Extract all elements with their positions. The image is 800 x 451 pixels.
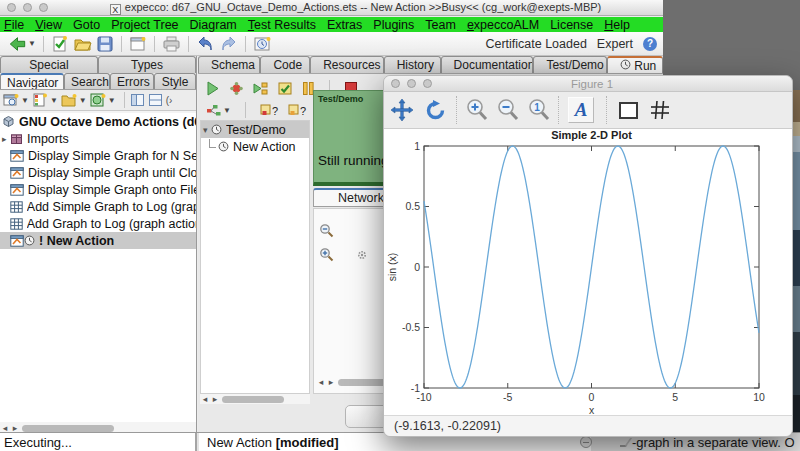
undo-button[interactable] <box>196 34 215 54</box>
axes-toggle-button[interactable] <box>615 97 641 123</box>
tree-root-project[interactable]: GNU Octave Demo Actions (d6 <box>0 113 196 130</box>
zoom-window-button[interactable] <box>39 3 48 12</box>
grid-toggle-button[interactable] <box>647 97 673 123</box>
zoom-out-button[interactable] <box>495 97 521 123</box>
menu-goto[interactable]: Goto <box>73 18 100 32</box>
menu-diagram[interactable]: Diagram <box>190 18 237 32</box>
testrun-tree-hscrollbar[interactable]: ◂ ▸ <box>200 394 310 404</box>
plot-canvas[interactable]: -10-50510-1-0.500.51Simple 2-D Plotxsin … <box>384 129 792 415</box>
tree-item[interactable]: Add Graph to Log (graph action <box>0 215 196 232</box>
split-view-button[interactable] <box>148 93 163 107</box>
open-project-button[interactable] <box>73 34 92 54</box>
desktop-wallpaper-sliver <box>793 122 800 136</box>
testrun-tree-item[interactable]: New Action <box>201 138 309 155</box>
step-query-button-2[interactable]: ? <box>288 103 307 118</box>
tree-item[interactable]: Display Simple Graph for N Se <box>0 147 196 164</box>
zoom-window-button[interactable] <box>423 79 432 88</box>
navigator-toolbar: ▼ ▼ ▼ ▼ (› <box>0 90 196 111</box>
main-window-title: Xexpecco: d67_GNU_Octave_Demo_Actions.et… <box>48 1 663 15</box>
settings-browser-button[interactable] <box>253 34 272 54</box>
svg-text:sin (x): sin (x) <box>386 253 398 282</box>
zoom-reset-button[interactable]: 1 <box>526 97 552 123</box>
help-icon[interactable]: ? <box>643 37 657 51</box>
zoom-in-icon[interactable] <box>319 247 334 262</box>
new-project-button[interactable]: ▼ <box>3 92 29 108</box>
rotate-button[interactable] <box>422 97 448 123</box>
desktop-wallpaper-sliver <box>793 152 800 230</box>
tree-item[interactable]: ! New Action <box>0 232 196 249</box>
chevron-down-icon: ▼ <box>108 96 116 105</box>
table-icon <box>10 201 23 213</box>
menu-license[interactable]: License <box>550 18 593 32</box>
tab-style[interactable]: Style <box>154 73 196 89</box>
pan-button[interactable] <box>389 97 415 123</box>
print-button[interactable] <box>162 34 181 54</box>
back-button[interactable]: ▼ <box>8 34 36 54</box>
collapse-panel-button[interactable] <box>130 93 145 107</box>
menu-expeccoalm[interactable]: expeccoALM <box>467 18 539 32</box>
menu-file[interactable]: File <box>4 18 24 32</box>
svg-text:-5: -5 <box>503 391 512 403</box>
zoom-out-icon[interactable] <box>319 223 334 238</box>
desktop-wallpaper-sliver <box>793 395 800 437</box>
redo-button[interactable] <box>219 34 238 54</box>
redo-arrow-icon <box>219 35 238 52</box>
tab-errors[interactable]: Errors <box>110 73 154 89</box>
menu-help[interactable]: Help <box>604 18 630 32</box>
step-button[interactable] <box>253 81 269 96</box>
svg-text:1: 1 <box>414 140 420 152</box>
menu-project-tree[interactable]: Project Tree <box>111 18 178 32</box>
menu-plugins[interactable]: Plugins <box>373 18 414 32</box>
menu-extras[interactable]: Extras <box>327 18 362 32</box>
tree-item[interactable]: ▸Imports <box>0 130 196 147</box>
minimize-window-button[interactable] <box>407 79 416 88</box>
step-query-button-1[interactable]: ? <box>260 103 279 118</box>
new-list-icon <box>32 92 49 108</box>
connection-selector[interactable]: ▼ <box>206 104 231 117</box>
tab-search[interactable]: Search <box>64 73 110 89</box>
menu-test-results[interactable]: Test Results <box>248 18 316 32</box>
expander-icon[interactable]: ▾ <box>203 125 211 135</box>
scrollbar-thumb[interactable] <box>22 425 114 432</box>
new-action-button[interactable]: ▼ <box>90 92 116 108</box>
save-button[interactable] <box>96 34 114 54</box>
cursor-coordinates: (-9.1613, -0.22091) <box>384 415 792 436</box>
tab-special[interactable]: Special <box>0 56 98 73</box>
save-disk-icon <box>96 35 114 53</box>
panel-icon <box>130 93 145 107</box>
accept-document-button[interactable] <box>51 34 69 54</box>
new-folder-button[interactable]: ▼ <box>61 92 87 108</box>
debug-button[interactable] <box>229 81 244 96</box>
testrun-tree-item[interactable]: ▾Test/Demo <box>201 121 309 138</box>
minimize-window-button[interactable] <box>23 3 32 12</box>
svg-text:0.5: 0.5 <box>405 200 420 212</box>
sine-plot: -10-50510-1-0.500.51Simple 2-D Plotxsin … <box>384 129 792 415</box>
tree-item[interactable]: Display Simple Graph until Clo <box>0 164 196 181</box>
scrollbar-thumb[interactable] <box>222 396 284 403</box>
scroll-right-icon[interactable]: ▸ <box>326 377 336 387</box>
tab-code[interactable]: Code <box>260 56 310 73</box>
tab-schema[interactable]: Schema <box>198 56 260 73</box>
scroll-left-icon[interactable]: ◂ <box>316 377 326 387</box>
tree-item[interactable]: Add Simple Graph to Log (grap <box>0 198 196 215</box>
run-play-button[interactable] <box>206 81 220 96</box>
gear-icon[interactable] <box>356 249 368 261</box>
tab-navigator[interactable]: Navigator <box>0 73 64 89</box>
zoom-in-button[interactable] <box>464 97 490 123</box>
scroll-left-icon[interactable]: ◂ <box>200 394 210 404</box>
text-annotation-button[interactable]: A <box>568 97 594 123</box>
new-item-button[interactable]: ▼ <box>32 92 58 108</box>
close-window-button[interactable] <box>7 3 16 12</box>
scroll-right-icon[interactable]: ▸ <box>210 394 220 404</box>
expander-icon[interactable]: ▸ <box>2 134 10 144</box>
close-window-button[interactable] <box>391 79 400 88</box>
tree-item[interactable]: Display Simple Graph onto File <box>0 181 196 198</box>
expand-toolbar-button[interactable]: (› <box>166 95 173 106</box>
menu-team[interactable]: Team <box>425 18 456 32</box>
tab-types[interactable]: Types <box>98 56 196 73</box>
printer-icon <box>162 35 181 53</box>
new-window-button[interactable] <box>129 34 147 54</box>
menu-view[interactable]: View <box>35 18 62 32</box>
new-project-icon <box>3 92 20 108</box>
run-with-check-button[interactable] <box>278 81 293 96</box>
